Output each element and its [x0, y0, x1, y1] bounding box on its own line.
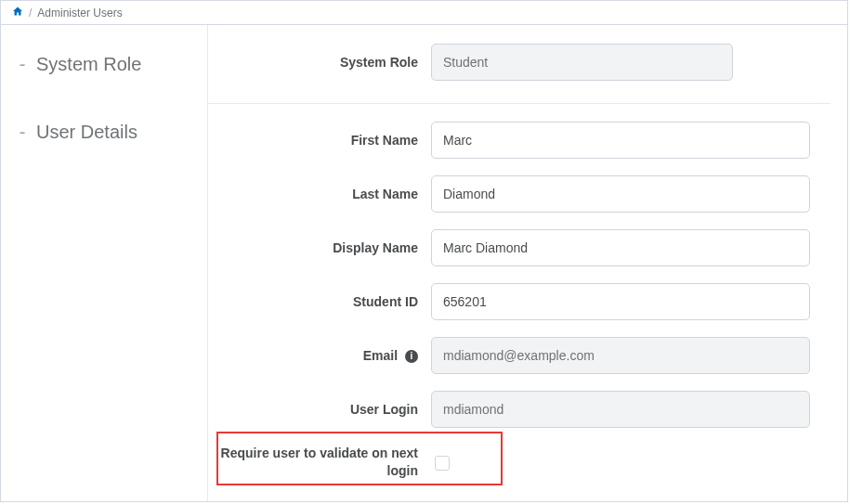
label-last-name: Last Name: [208, 187, 431, 201]
section-header-system-role[interactable]: - System Role: [1, 25, 207, 103]
home-icon[interactable]: [12, 6, 23, 19]
last-name-field[interactable]: [431, 175, 810, 213]
label-require-validate: Require user to validate on next login: [208, 445, 431, 480]
display-name-field[interactable]: [431, 229, 810, 266]
label-email: Email i: [208, 348, 431, 363]
label-require-validate-line2: login: [387, 463, 418, 478]
section-title-user-details: User Details: [36, 122, 137, 143]
first-name-field[interactable]: [431, 122, 810, 159]
student-id-field[interactable]: [431, 283, 810, 320]
label-first-name: First Name: [208, 133, 431, 148]
breadcrumb: / Administer Users: [1, 1, 847, 25]
section-header-user-details[interactable]: - User Details: [1, 103, 207, 162]
collapse-dash-icon: -: [18, 122, 27, 143]
email-field: [431, 337, 810, 374]
label-user-login: User Login: [208, 402, 431, 417]
breadcrumb-current: Administer Users: [37, 6, 122, 19]
system-role-field: [431, 44, 733, 81]
user-login-field: [431, 391, 810, 428]
label-require-validate-line1: Require user to validate on next: [221, 446, 418, 460]
label-display-name: Display Name: [208, 240, 431, 255]
breadcrumb-separator: /: [29, 6, 32, 19]
collapse-dash-icon: -: [18, 54, 27, 75]
label-student-id: Student ID: [208, 294, 431, 309]
section-title-system-role: System Role: [36, 54, 141, 75]
label-system-role: System Role: [208, 55, 431, 70]
label-email-text: Email: [363, 348, 398, 363]
require-validate-checkbox[interactable]: [435, 456, 450, 471]
info-icon[interactable]: i: [405, 350, 418, 363]
